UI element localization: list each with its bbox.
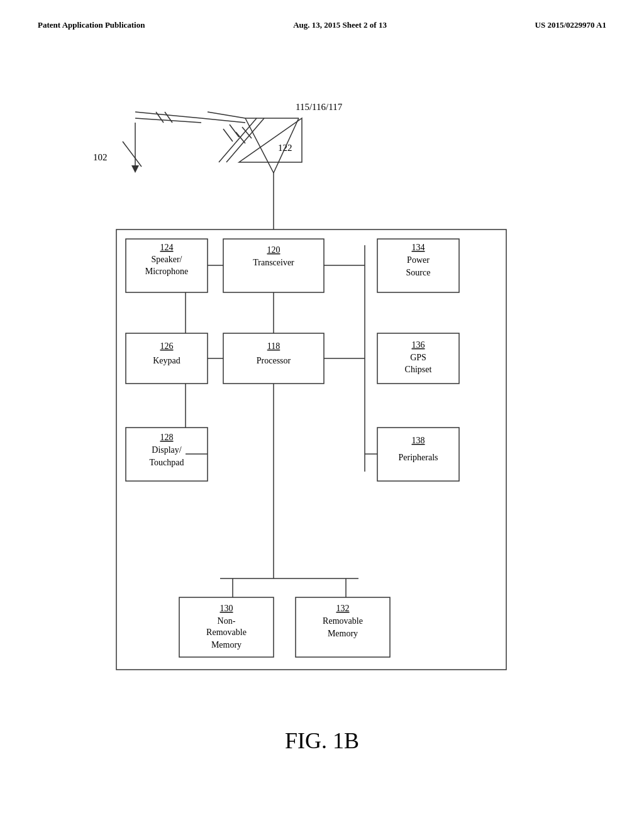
svg-line-18: [165, 112, 172, 123]
ref-138: 138: [412, 436, 425, 445]
svg-line-11: [223, 129, 233, 141]
svg-line-13: [208, 112, 245, 118]
svg-line-0: [219, 118, 257, 162]
ref-118: 118: [267, 341, 280, 351]
ref-120: 120: [267, 245, 280, 255]
label-processor: Processor: [257, 356, 291, 365]
ref-130: 130: [220, 604, 233, 613]
label-power: Power: [407, 255, 430, 265]
svg-line-8: [245, 118, 274, 173]
svg-line-3: [242, 127, 252, 138]
ref-124: 124: [160, 243, 174, 252]
figure-caption: FIG. 1B: [285, 728, 359, 753]
label-source: Source: [406, 268, 431, 277]
page-header: Patent Application Publication Aug. 13, …: [0, 0, 644, 30]
label-gps: GPS: [410, 353, 426, 362]
label-removable-2: Removable: [323, 616, 363, 626]
antenna-label: 115/116/117: [296, 102, 343, 112]
header-middle: Aug. 13, 2015 Sheet 2 of 13: [293, 20, 387, 30]
svg-line-17: [156, 112, 164, 123]
ref-132: 132: [336, 604, 350, 613]
label-removable: Removable: [206, 628, 247, 637]
ref-134: 134: [412, 243, 425, 252]
svg-line-6: [123, 141, 142, 167]
label-speaker: Speaker/: [152, 255, 182, 264]
label-microphone: Microphone: [145, 267, 188, 276]
ref-126: 126: [160, 341, 174, 351]
diagram-svg: 115/116/117 102 122: [0, 50, 644, 773]
page: Patent Application Publication Aug. 13, …: [0, 0, 644, 830]
label-keypad: Keypad: [153, 356, 180, 365]
svg-line-16: [135, 118, 201, 123]
header-right: US 2015/0229970 A1: [535, 20, 606, 30]
header-left: Patent Application Publication: [38, 20, 145, 30]
svg-marker-20: [131, 165, 139, 173]
svg-line-14: [201, 118, 245, 123]
label-102: 102: [93, 152, 108, 162]
svg-line-12: [230, 124, 239, 137]
label-touchpad: Touchpad: [149, 458, 184, 467]
ref-128: 128: [160, 433, 174, 442]
label-non-removable: Non-: [218, 616, 236, 626]
label-memory-132: Memory: [328, 629, 358, 638]
label-transceiver: Transceiver: [253, 258, 294, 267]
label-display: Display/: [152, 445, 182, 455]
label-peripherals: Peripherals: [399, 453, 438, 462]
ref-136: 136: [412, 340, 425, 350]
label-chipset: Chipset: [405, 365, 432, 374]
label-memory-130: Memory: [211, 640, 242, 650]
svg-line-9: [274, 118, 299, 173]
